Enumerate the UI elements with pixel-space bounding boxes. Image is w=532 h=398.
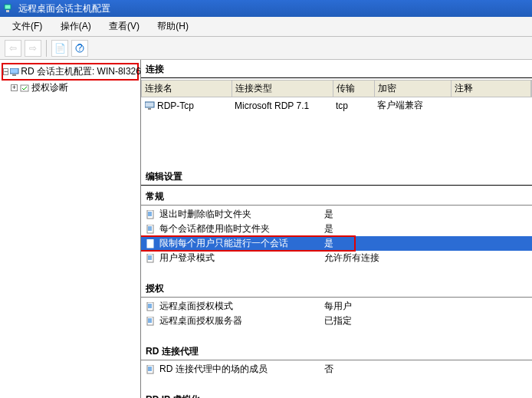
general-label: 常规	[141, 187, 532, 206]
app-icon	[3, 3, 14, 14]
connection-row[interactable]: RDP-Tcp Microsoft RDP 7.1 tcp 客户端兼容	[141, 97, 532, 113]
diag-icon	[19, 84, 30, 93]
page-icon	[146, 224, 156, 235]
menu-view[interactable]: 查看(V)	[101, 18, 147, 35]
svg-rect-0	[5, 5, 11, 9]
tree-child-label: 授权诊断	[31, 81, 68, 94]
conn-name: RDP-Tcp	[157, 100, 235, 111]
page-icon	[146, 238, 156, 249]
svg-rect-4	[10, 68, 18, 74]
setting-limit-session[interactable]: 限制每个用户只能进行一个会话 是	[141, 236, 532, 251]
tree-pane: − RD 会话主机配置: WIN-8I326 + 授权诊断	[0, 60, 141, 398]
col-encryption[interactable]: 加密	[375, 81, 452, 97]
separator	[46, 40, 47, 57]
svg-rect-6	[21, 85, 28, 91]
svg-text:?: ?	[77, 44, 83, 53]
setting-license-mode[interactable]: 远程桌面授权模式 每用户	[141, 299, 532, 314]
content-pane: 连接 连接名 连接类型 传输 加密 注释 RDP-Tcp Microsoft R…	[141, 60, 532, 398]
setting-login-mode[interactable]: 用户登录模式 允许所有连接	[141, 251, 532, 265]
page-icon	[146, 364, 156, 375]
svg-rect-1	[6, 10, 9, 12]
edit-settings-title: 编辑设置	[141, 167, 532, 186]
col-type[interactable]: 连接类型	[232, 81, 333, 97]
page-icon	[146, 301, 156, 312]
tree-child[interactable]: + 授权诊断	[2, 81, 139, 95]
page-icon	[146, 209, 156, 220]
svg-rect-8	[148, 108, 151, 110]
col-note[interactable]: 注释	[452, 81, 531, 97]
page-icon	[146, 253, 156, 264]
window-title: 远程桌面会话主机配置	[18, 2, 110, 15]
license-label: 授权	[141, 279, 532, 298]
connections-title: 连接	[141, 60, 532, 78]
back-button[interactable]: ⇦	[5, 40, 21, 57]
export-button[interactable]: 📄	[51, 40, 68, 57]
toolbar: ⇦ ⇨ 📄 ?	[0, 37, 532, 60]
help-button[interactable]: ?	[71, 40, 88, 57]
tree-root[interactable]: − RD 会话主机配置: WIN-8I326	[3, 64, 137, 79]
collapse-icon[interactable]: −	[3, 68, 8, 75]
tree-root-label: RD 会话主机配置: WIN-8I326	[21, 65, 141, 78]
setting-broker-member[interactable]: RD 连接代理中的场的成员 否	[141, 362, 532, 377]
conn-encryption: 客户端兼容	[377, 99, 454, 112]
menubar: 文件(F) 操作(A) 查看(V) 帮助(H)	[0, 17, 532, 37]
conn-transport: tcp	[336, 100, 377, 111]
menu-help[interactable]: 帮助(H)	[149, 18, 196, 35]
virt-label: RD IP 虚拟化	[141, 390, 532, 398]
forward-button[interactable]: ⇨	[25, 40, 41, 57]
titlebar: 远程桌面会话主机配置	[0, 0, 532, 17]
broker-label: RD 连接代理	[141, 342, 532, 360]
menu-file[interactable]: 文件(F)	[5, 18, 50, 35]
col-transport[interactable]: 传输	[333, 81, 375, 97]
menu-action[interactable]: 操作(A)	[53, 18, 99, 35]
svg-rect-7	[145, 102, 154, 107]
connections-header: 连接名 连接类型 传输 加密 注释	[141, 80, 532, 97]
setting-temp-delete[interactable]: 退出时删除临时文件夹 是	[141, 207, 532, 222]
setting-license-server[interactable]: 远程桌面授权服务器 已指定	[141, 314, 532, 328]
rdp-icon	[144, 101, 155, 110]
conn-type: Microsoft RDP 7.1	[235, 100, 336, 111]
page-icon	[146, 316, 156, 327]
svg-rect-5	[12, 74, 16, 76]
col-name[interactable]: 连接名	[142, 81, 232, 97]
expand-icon[interactable]: +	[11, 84, 18, 91]
setting-temp-per-session[interactable]: 每个会话都使用临时文件夹 是	[141, 222, 532, 236]
rd-icon	[10, 67, 19, 77]
